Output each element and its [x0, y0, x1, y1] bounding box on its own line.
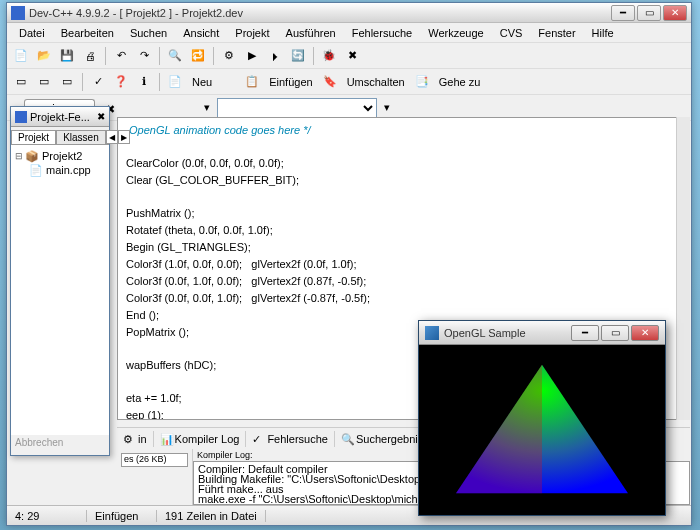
- opengl-title-text: OpenGL Sample: [444, 327, 569, 339]
- panel-app-icon: [15, 111, 27, 123]
- project-panel: Projekt-Fe... ✖ Projekt Klassen ◀ ▶ ⊟ 📦 …: [10, 106, 110, 456]
- tree-file[interactable]: 📄 main.cpp: [15, 163, 105, 177]
- panel-tab-klassen[interactable]: Klassen: [56, 130, 106, 144]
- toolbar-1: 📄 📂 💾 🖨 ↶ ↷ 🔍 🔁 ⚙ ▶ ⏵ 🔄 🐞 ✖: [7, 43, 691, 69]
- box3-icon[interactable]: ▭: [57, 72, 77, 92]
- menu-fenster[interactable]: Fenster: [530, 25, 583, 41]
- tab-debug[interactable]: ✓Fehlersuche: [246, 431, 335, 447]
- opengl-minimize-button[interactable]: ━: [571, 325, 599, 341]
- menu-bearbeiten[interactable]: Bearbeiten: [53, 25, 122, 41]
- menu-suchen[interactable]: Suchen: [122, 25, 175, 41]
- find-icon[interactable]: 🔍: [165, 46, 185, 66]
- menu-fehlersuche[interactable]: Fehlersuche: [344, 25, 421, 41]
- minimize-button[interactable]: ━: [611, 5, 635, 21]
- replace-icon[interactable]: 🔁: [188, 46, 208, 66]
- about-icon[interactable]: ℹ: [134, 72, 154, 92]
- check-icon[interactable]: ✓: [88, 72, 108, 92]
- menu-ausfuehren[interactable]: Ausführen: [278, 25, 344, 41]
- opengl-titlebar[interactable]: OpenGL Sample ━ ▭ ✕: [419, 321, 665, 345]
- panel-nav-left-icon[interactable]: ◀: [106, 130, 118, 144]
- project-tree: ⊟ 📦 Projekt2 📄 main.cpp: [11, 145, 109, 435]
- panel-title: Projekt-Fe...: [30, 111, 90, 123]
- opengl-canvas: [419, 345, 665, 515]
- redo-icon[interactable]: ↷: [134, 46, 154, 66]
- help-icon[interactable]: ❓: [111, 72, 131, 92]
- run-icon[interactable]: ▶: [242, 46, 262, 66]
- toggle-icon[interactable]: 🔖: [320, 72, 340, 92]
- tab-compiler-log[interactable]: 📊Kompiler Log: [154, 431, 247, 447]
- panel-abbrechen: Abbrechen: [11, 435, 109, 450]
- file-icon: 📄: [29, 164, 43, 176]
- rebuild-icon[interactable]: 🔄: [288, 46, 308, 66]
- goto-icon[interactable]: 📑: [412, 72, 432, 92]
- svg-marker-1: [456, 365, 542, 493]
- titlebar: Dev-C++ 4.9.9.2 - [ Projekt2 ] - Projekt…: [7, 3, 691, 23]
- menu-cvs[interactable]: CVS: [492, 25, 531, 41]
- panel-tab-projekt[interactable]: Projekt: [11, 130, 56, 144]
- new-proj-icon[interactable]: ▭: [11, 72, 31, 92]
- opengl-window: OpenGL Sample ━ ▭ ✕: [418, 320, 666, 516]
- insert-icon[interactable]: 📋: [242, 72, 262, 92]
- tab-compiler[interactable]: ⚙in: [117, 431, 154, 447]
- undo-icon[interactable]: ↶: [111, 46, 131, 66]
- menu-werkzeuge[interactable]: Werkzeuge: [420, 25, 491, 41]
- tree-collapse-icon[interactable]: ⊟: [15, 151, 25, 161]
- compiler-icon: ⚙: [123, 433, 135, 445]
- menu-hilfe[interactable]: Hilfe: [584, 25, 622, 41]
- compile-run-icon[interactable]: ⏵: [265, 46, 285, 66]
- new-file-icon[interactable]: 📄: [11, 46, 31, 66]
- umschalten-label: Umschalten: [343, 76, 409, 88]
- menubar: Datei Bearbeiten Suchen Ansicht Projekt …: [7, 23, 691, 43]
- tree-root[interactable]: ⊟ 📦 Projekt2: [15, 149, 105, 163]
- log-size-label: es (26 KB): [121, 453, 188, 467]
- opengl-maximize-button[interactable]: ▭: [601, 325, 629, 341]
- open-icon[interactable]: 📂: [34, 46, 54, 66]
- opengl-icon: [425, 326, 439, 340]
- log-icon: 📊: [160, 433, 172, 445]
- status-position: 4: 29: [7, 510, 87, 522]
- opengl-close-button[interactable]: ✕: [631, 325, 659, 341]
- class-combo[interactable]: [217, 98, 377, 118]
- status-mode: Einfügen: [87, 510, 157, 522]
- doc-icon[interactable]: 📄: [165, 72, 185, 92]
- save-icon[interactable]: 💾: [57, 46, 77, 66]
- menu-projekt[interactable]: Projekt: [227, 25, 277, 41]
- menu-datei[interactable]: Datei: [11, 25, 53, 41]
- menu-ansicht[interactable]: Ansicht: [175, 25, 227, 41]
- panel-tabs: Projekt Klassen ◀ ▶: [11, 127, 109, 145]
- box2-icon[interactable]: ▭: [34, 72, 54, 92]
- debug-tab-icon: ✓: [252, 433, 264, 445]
- panel-nav-right-icon[interactable]: ▶: [118, 130, 130, 144]
- save-all-icon[interactable]: 🖨: [80, 46, 100, 66]
- stop-icon[interactable]: ✖: [342, 46, 362, 66]
- einfugen-label: Einfügen: [265, 76, 316, 88]
- window-title: Dev-C++ 4.9.9.2 - [ Projekt2 ] - Projekt…: [29, 7, 611, 19]
- status-lines: 191 Zeilen in Datei: [157, 510, 266, 522]
- close-button[interactable]: ✕: [663, 5, 687, 21]
- compile-icon[interactable]: ⚙: [219, 46, 239, 66]
- neu-label: Neu: [188, 76, 216, 88]
- app-icon: [11, 6, 25, 20]
- panel-close-icon[interactable]: ✖: [97, 111, 105, 122]
- search-tab-icon: 🔍: [341, 433, 353, 445]
- project-icon: 📦: [25, 150, 39, 162]
- toolbar-2: ▭ ▭ ▭ ✓ ❓ ℹ 📄 Neu 📋 Einfügen 🔖 Umschalte…: [7, 69, 691, 95]
- gehezu-label: Gehe zu: [435, 76, 485, 88]
- vertical-scrollbar[interactable]: [676, 117, 690, 420]
- panel-titlebar[interactable]: Projekt-Fe... ✖: [11, 107, 109, 127]
- debug-icon[interactable]: 🐞: [319, 46, 339, 66]
- maximize-button[interactable]: ▭: [637, 5, 661, 21]
